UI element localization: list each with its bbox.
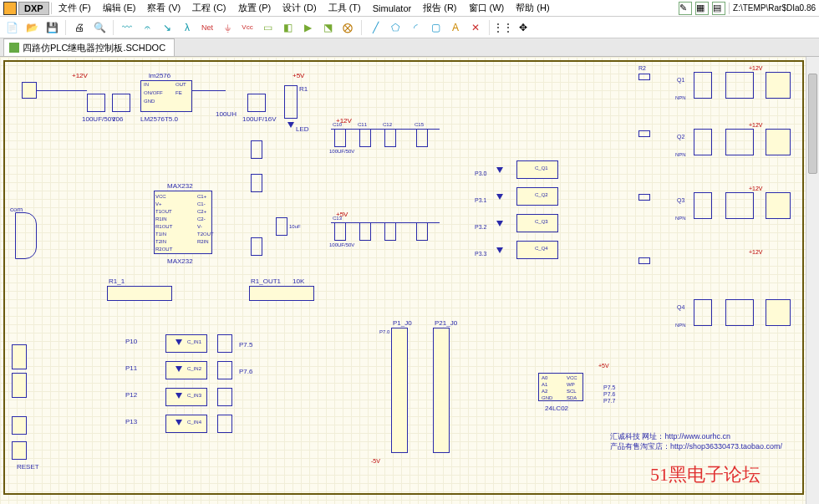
menu-dxp[interactable]: DXP (18, 2, 49, 15)
wire (37, 90, 87, 91)
resnet-1[interactable] (107, 286, 172, 301)
cap-c13[interactable] (334, 222, 346, 241)
tran-label: Q4 (677, 304, 684, 310)
part-button[interactable]: ▭ (259, 19, 276, 36)
menu-reports[interactable]: 报告 (R) (418, 1, 461, 15)
menu-tools[interactable]: 工具 (T) (323, 1, 366, 15)
select-icon[interactable]: ▦ (695, 2, 709, 15)
conn-relay-out1[interactable] (766, 72, 791, 99)
noeric-button[interactable]: ⨂ (339, 19, 356, 36)
cap-c15[interactable] (416, 129, 428, 147)
net-label: P7.5 (239, 341, 252, 349)
text-button[interactable]: A (447, 19, 464, 36)
cap-c5[interactable] (251, 140, 262, 159)
relay-k3[interactable] (725, 192, 754, 219)
bus-button[interactable]: 𝄐 (139, 19, 155, 36)
menu-design[interactable]: 设计 (D) (277, 1, 321, 15)
res-r5[interactable] (638, 130, 650, 137)
menu-help[interactable]: 帮助 (H) (511, 1, 554, 15)
led-icon (176, 393, 182, 399)
port-button[interactable]: ⬔ (319, 19, 336, 36)
relay-k4[interactable] (725, 299, 754, 326)
menu-view[interactable]: 察看 (V) (142, 1, 186, 15)
menu-simulator[interactable]: Simulator (368, 3, 416, 14)
conn-j1[interactable] (12, 344, 27, 369)
res-r8[interactable] (638, 257, 650, 264)
net-button[interactable]: Net (199, 19, 216, 36)
diode-k4[interactable] (694, 299, 712, 326)
cap-c10[interactable] (334, 129, 346, 147)
preview-button[interactable]: 🔍 (91, 19, 108, 36)
cap-bank-1[interactable] (87, 94, 105, 112)
rect-button[interactable]: ▢ (427, 19, 444, 36)
move-button[interactable]: ✥ (515, 19, 532, 36)
menu-edit[interactable]: 编辑 (E) (98, 1, 141, 15)
schematic-canvas[interactable]: +12V 100UF/50V 106 lm2576 IN OUT ON/OFF … (0, 57, 819, 504)
line-button[interactable]: ╱ (367, 19, 384, 36)
conn-j2[interactable] (12, 373, 27, 398)
menu-window[interactable]: 窗口 (W) (464, 1, 510, 15)
diode-k2[interactable] (694, 129, 712, 155)
cap-out[interactable] (247, 94, 266, 112)
cap-c11[interactable] (359, 129, 371, 147)
diode-k3[interactable] (694, 192, 712, 219)
cap-c12[interactable] (384, 129, 396, 147)
pencil-icon[interactable]: ✎ (679, 2, 692, 15)
conn-j5[interactable] (12, 441, 27, 460)
menu-project[interactable]: 工程 (C) (187, 1, 231, 15)
arc-button[interactable]: ◜ (407, 19, 424, 36)
conn-db9[interactable] (15, 212, 37, 259)
conn-j-input[interactable] (22, 82, 37, 99)
led-icon (496, 194, 503, 200)
cap-c14[interactable] (359, 222, 371, 241)
menu-file[interactable]: 文件 (F) (53, 1, 96, 15)
relay-k1[interactable] (725, 72, 754, 99)
menu-place[interactable]: 放置 (P) (233, 1, 277, 15)
print-button[interactable]: 🖨 (71, 19, 88, 36)
array-button[interactable]: ⋮⋮ (495, 19, 511, 36)
resnet-2[interactable] (249, 286, 314, 301)
sheetentry-button[interactable]: ▶ (299, 19, 316, 36)
hdr-p1[interactable] (391, 328, 408, 453)
credits-line2: 产品有售淘宝店：http://shop36330473.taobao.com/ (610, 441, 782, 452)
res-r1[interactable] (284, 85, 298, 119)
sheet-button[interactable]: ◧ (279, 19, 296, 36)
vcc-button[interactable]: Vcc (239, 19, 256, 36)
polygon-button[interactable]: ⬠ (387, 19, 404, 36)
conn-relay-out2[interactable] (766, 129, 791, 155)
power-button[interactable]: ⏚ (219, 19, 236, 36)
file-path: Z:\TEMP\Rar$DIa0.86 (733, 3, 816, 13)
opto-out-sq2[interactable] (217, 361, 232, 379)
hdr-p21[interactable] (433, 328, 450, 453)
save-button[interactable]: 💾 (43, 19, 60, 36)
cap-c17[interactable] (416, 222, 428, 241)
new-button[interactable]: 📄 (3, 19, 20, 36)
tab-schematic[interactable]: 四路仿PLC继电器控制板.SCHDOC (3, 38, 175, 56)
vertical-scrollbar[interactable] (806, 57, 819, 504)
opto-out-sq1[interactable] (217, 334, 232, 353)
grid-icon[interactable]: ▤ (712, 2, 725, 15)
net-label: P7.6 (603, 391, 615, 397)
wire-button[interactable]: 〰 (119, 19, 135, 36)
cap-c8[interactable] (251, 237, 262, 256)
scrollbar-thumb[interactable] (808, 74, 817, 174)
open-button[interactable]: 📂 (23, 19, 40, 36)
res-r7[interactable] (638, 194, 650, 201)
pin-label: ON/OFF (144, 90, 163, 95)
opto-out-sq3[interactable] (217, 388, 232, 406)
cap-bank-2[interactable] (112, 94, 130, 112)
conn-relay-out3[interactable] (766, 192, 791, 219)
ic-max232[interactable] (154, 191, 212, 254)
delete-button[interactable]: ✕ (467, 19, 484, 36)
conn-relay-out4[interactable] (766, 299, 791, 326)
conn-j3[interactable] (12, 416, 27, 435)
cap-c7[interactable] (276, 217, 287, 236)
relay-k2[interactable] (725, 129, 754, 155)
opto-out-sq4[interactable] (217, 415, 232, 433)
res-r2[interactable] (638, 74, 650, 80)
netlabel-button[interactable]: λ (179, 19, 196, 36)
cap-c16[interactable] (384, 222, 396, 241)
busentry-button[interactable]: ↘ (159, 19, 176, 36)
cap-c6[interactable] (251, 174, 262, 192)
diode-k1[interactable] (694, 72, 712, 99)
